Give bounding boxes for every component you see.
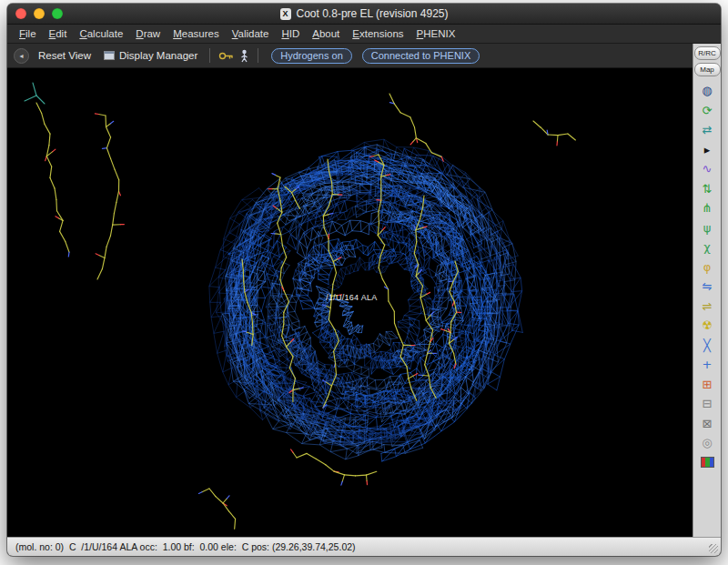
right-toolbar: R/RC Map ◍⟳⇄▸∿⇅⋔ψχφ⇋⇌☢╳+⊞⊟⊠◎ — [693, 44, 721, 537]
map-button[interactable]: Map — [694, 63, 721, 76]
display-manager-button[interactable]: Display Manager — [100, 48, 201, 63]
menu-measures[interactable]: Measures — [167, 26, 226, 41]
radiation-icon[interactable]: ☢ — [697, 316, 717, 336]
expander-icon[interactable]: ▸ — [697, 140, 717, 160]
menu-extensions[interactable]: Extensions — [346, 26, 410, 41]
display-settings-icon[interactable] — [697, 453, 717, 473]
rotate-translate-icon[interactable]: ⇅ — [697, 179, 717, 199]
rotamers-icon[interactable]: ψ — [697, 218, 717, 238]
close-button[interactable] — [15, 8, 26, 19]
reset-view-label: Reset View — [38, 50, 91, 61]
titlebar[interactable]: X Coot 0.8-pre EL (revision 4925) — [7, 4, 721, 25]
menu-draw[interactable]: Draw — [129, 26, 167, 41]
window-title: Coot 0.8-pre EL (revision 4925) — [297, 7, 449, 20]
delete-item-icon[interactable]: ⊠ — [697, 414, 717, 434]
atom-label: /1/U/164 ALA — [326, 293, 378, 302]
toolbar-separator — [258, 48, 258, 63]
edit-chi-angles-icon[interactable]: χ — [697, 237, 717, 257]
resize-grip[interactable] — [709, 544, 718, 553]
modelling-toolbar-icons: ◍⟳⇄▸∿⇅⋔ψχφ⇋⇌☢╳+⊞⊟⊠◎ — [697, 81, 717, 472]
display-settings-icon — [701, 457, 714, 468]
traffic-lights — [7, 8, 63, 19]
key-icon[interactable] — [218, 51, 234, 61]
torsion-general-icon[interactable]: φ — [697, 257, 717, 277]
minimize-button[interactable] — [34, 8, 45, 19]
maximize-button[interactable] — [52, 8, 63, 19]
mutate-icon[interactable]: ╳ — [697, 336, 717, 356]
menu-file[interactable]: File — [13, 26, 43, 41]
globe-icon[interactable]: ◍ — [697, 81, 717, 101]
r-rc-button[interactable]: R/RC — [694, 46, 721, 60]
regularize-icon[interactable]: ⇄ — [697, 120, 717, 140]
menubar: FileEditCalculateDrawMeasuresValidateHID… — [7, 25, 721, 44]
menu-calculate[interactable]: Calculate — [73, 26, 129, 41]
menu-phenix[interactable]: PHENIX — [410, 26, 462, 41]
menu-hid[interactable]: HID — [275, 26, 306, 41]
graphics-canvas[interactable]: /1/U/164 ALA — [7, 68, 693, 537]
status-text: (mol. no: 0) C /1/U/164 ALA occ: 1.00 bf… — [15, 541, 356, 552]
add-alt-conf-icon[interactable]: ⊟ — [697, 394, 717, 414]
sidechain-flip-icon[interactable]: ⇌ — [697, 297, 717, 317]
density-mesh-svg — [7, 68, 693, 537]
phenix-connection-button[interactable]: Connected to PHENIX — [362, 48, 480, 64]
toolbar-overflow-button[interactable]: ◂ — [14, 48, 29, 64]
menu-validate[interactable]: Validate — [226, 26, 276, 41]
figure-icon[interactable] — [239, 49, 249, 63]
auto-fit-rotamer-icon[interactable]: ⋔ — [697, 198, 717, 218]
display-manager-icon — [104, 51, 115, 60]
status-bar: (mol. no: 0) C /1/U/164 ALA occ: 1.00 bf… — [7, 537, 721, 556]
add-terminal-residue-icon[interactable]: ⊞ — [697, 375, 717, 395]
hydrogens-toggle[interactable]: Hydrogens on — [271, 48, 352, 64]
coot-window: X Coot 0.8-pre EL (revision 4925) FileEd… — [7, 4, 721, 556]
crosshair-icon[interactable]: + — [697, 355, 717, 375]
toolbar-separator — [209, 48, 210, 63]
toolbar: ◂ Reset View Display Manager — [7, 44, 693, 68]
flip-peptide-icon[interactable]: ⇋ — [697, 277, 717, 297]
title-area: X Coot 0.8-pre EL (revision 4925) — [7, 4, 721, 24]
refine-icon[interactable]: ⟳ — [697, 101, 717, 121]
menu-edit[interactable]: Edit — [43, 26, 74, 41]
reset-view-button[interactable]: Reset View — [35, 48, 95, 63]
menu-about[interactable]: About — [306, 26, 346, 41]
rigid-body-icon[interactable]: ∿ — [697, 159, 717, 179]
display-manager-label: Display Manager — [119, 50, 197, 61]
x11-icon: X — [280, 8, 291, 20]
undo-icon[interactable]: ◎ — [697, 433, 717, 453]
